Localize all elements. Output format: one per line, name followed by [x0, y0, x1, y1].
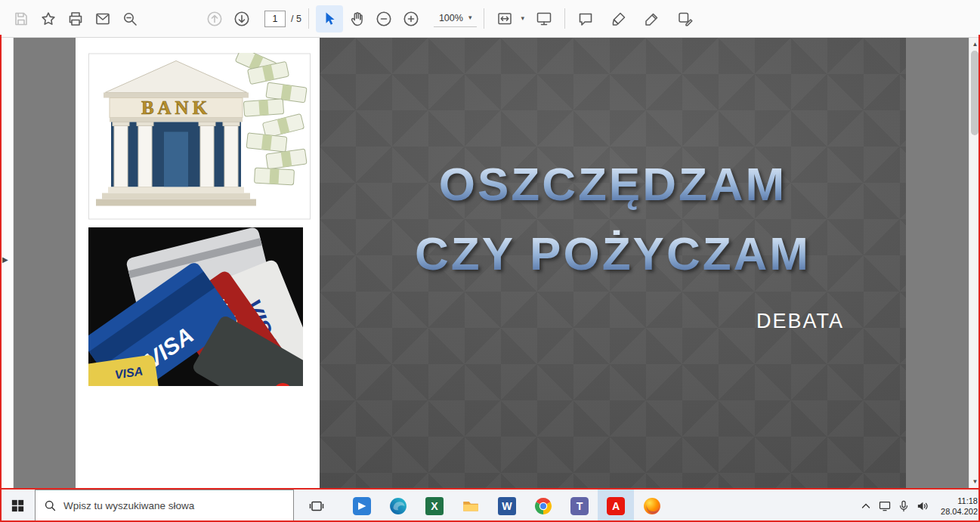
taskbar-app-explorer[interactable]: [453, 490, 489, 522]
fit-width-icon: [496, 10, 514, 28]
presentation-mode-button[interactable]: [530, 5, 558, 32]
magnifier-minus-icon: [121, 10, 139, 28]
document-area: ▶: [0, 38, 980, 488]
excel-letter: X: [431, 500, 438, 512]
tools-pencil-icon: [676, 10, 694, 28]
print-button[interactable]: [62, 5, 89, 32]
firefox-icon: [643, 497, 661, 515]
chrome-icon: [534, 497, 552, 515]
toolbar-separator: [308, 8, 309, 29]
more-tools-button[interactable]: [672, 5, 699, 32]
zoom-level-value: 100%: [439, 13, 463, 23]
file-explorer-icon: [462, 497, 480, 515]
select-tool-button[interactable]: [316, 5, 343, 32]
slide-title: OSZCZĘDZAM CZY POŻYCZAM: [320, 150, 906, 289]
pdf-page: BANK: [76, 38, 906, 488]
taskbar-spacer: [670, 490, 856, 522]
taskbar-search-input[interactable]: [63, 500, 285, 511]
highlighter-icon: [610, 10, 628, 28]
slide-title-line1: OSZCZĘDZAM: [320, 150, 906, 219]
chevron-down-icon: ▾: [468, 14, 472, 21]
chevron-down-icon[interactable]: ▾: [521, 15, 524, 22]
previous-page-button[interactable]: [201, 5, 228, 32]
tray-display-icon-button[interactable]: [875, 490, 894, 522]
acrobat-letter: A: [612, 500, 620, 512]
edge-icon: [389, 497, 407, 515]
task-view-button[interactable]: [298, 490, 335, 522]
signature-pen-icon: [643, 10, 661, 28]
side-panel-strip: ▶: [0, 38, 14, 488]
slide-subtitle: DEBATA: [756, 310, 844, 333]
speech-bubble-icon: [577, 10, 595, 28]
save-button[interactable]: [8, 5, 35, 32]
taskbar-app-firefox[interactable]: [634, 490, 670, 522]
arrow-down-circle-icon: [233, 10, 251, 28]
tray-volume-button[interactable]: [913, 490, 932, 522]
credit-cards-image: VISA MasterCard VISA: [88, 227, 303, 386]
page-fit-button[interactable]: [491, 5, 518, 32]
taskbar-search[interactable]: [35, 490, 294, 522]
windows-taskbar: X W T A 1: [0, 488, 980, 522]
taskbar-app-word[interactable]: W: [489, 490, 525, 522]
display-icon: [878, 499, 892, 513]
task-view-icon: [308, 498, 325, 514]
bank-label: BANK: [141, 97, 211, 118]
page-number-input[interactable]: [264, 11, 286, 27]
fill-sign-button[interactable]: [638, 5, 666, 32]
taskbar-app-acrobat[interactable]: A: [598, 490, 634, 522]
expand-panel-arrow[interactable]: ▶: [2, 255, 8, 264]
screen: / 5 100% ▾ ▾: [0, 0, 980, 522]
save-icon: [12, 10, 30, 28]
chevron-up-icon: [859, 499, 873, 513]
speaker-icon: [916, 499, 929, 513]
scroll-up-button[interactable]: ▲: [969, 39, 980, 50]
tray-clock[interactable]: 11:18 28.04.202: [932, 490, 980, 522]
taskbar-app-edge[interactable]: [380, 490, 416, 522]
taskbar-app-teams[interactable]: T: [561, 490, 598, 522]
taskbar-app-blue[interactable]: [344, 490, 380, 522]
blue-app-icon: [353, 497, 371, 515]
pdf-toolbar: / 5 100% ▾ ▾: [0, 0, 980, 38]
zoom-in-button[interactable]: [397, 5, 425, 32]
acrobat-icon: A: [607, 497, 625, 515]
slide-title-line2: CZY POŻYCZAM: [320, 219, 906, 289]
highlight-tool-button[interactable]: [605, 5, 632, 32]
word-icon: W: [498, 497, 516, 515]
comment-tool-button[interactable]: [572, 5, 599, 32]
clock-time: 11:18: [957, 496, 978, 506]
minus-circle-icon: [375, 10, 393, 28]
excel-icon: X: [425, 497, 444, 515]
toolbar-separator: [564, 8, 565, 29]
vertical-scrollbar[interactable]: ▲ ▼: [969, 38, 980, 488]
next-page-button[interactable]: [228, 5, 255, 32]
taskbar-app-chrome[interactable]: [525, 490, 561, 522]
search-icon: [44, 499, 57, 512]
teams-letter: T: [577, 500, 583, 512]
teams-icon: T: [570, 497, 589, 515]
scroll-down-button[interactable]: ▼: [969, 476, 980, 487]
star-icon: [39, 10, 57, 28]
tray-microphone-button[interactable]: [894, 490, 913, 522]
add-bookmark-button[interactable]: [35, 5, 62, 32]
marquee-zoom-button[interactable]: [116, 5, 144, 32]
zoom-level-dropdown[interactable]: 100% ▾: [434, 11, 478, 27]
slide-dark-panel: OSZCZĘDZAM CZY POŻYCZAM DEBATA: [320, 38, 906, 488]
bank-image: BANK: [88, 53, 311, 220]
hand-icon: [348, 10, 366, 28]
cursor-arrow-icon: [320, 10, 339, 28]
taskbar-app-excel[interactable]: X: [416, 490, 453, 522]
page-total-label: / 5: [291, 14, 301, 24]
toolbar-separator: [484, 8, 484, 29]
slide-left-column: BANK: [76, 38, 320, 488]
scrollbar-thumb[interactable]: [971, 51, 978, 135]
envelope-icon: [94, 10, 112, 28]
clock-date: 28.04.202: [941, 506, 978, 517]
hand-tool-button[interactable]: [343, 5, 370, 32]
arrow-up-circle-icon: [206, 10, 224, 28]
printer-icon: [66, 10, 85, 28]
plus-circle-icon: [402, 10, 420, 28]
zoom-out-button[interactable]: [370, 5, 397, 32]
start-button[interactable]: [0, 490, 35, 522]
tray-show-hidden-icons[interactable]: [856, 490, 875, 522]
email-button[interactable]: [89, 5, 116, 32]
